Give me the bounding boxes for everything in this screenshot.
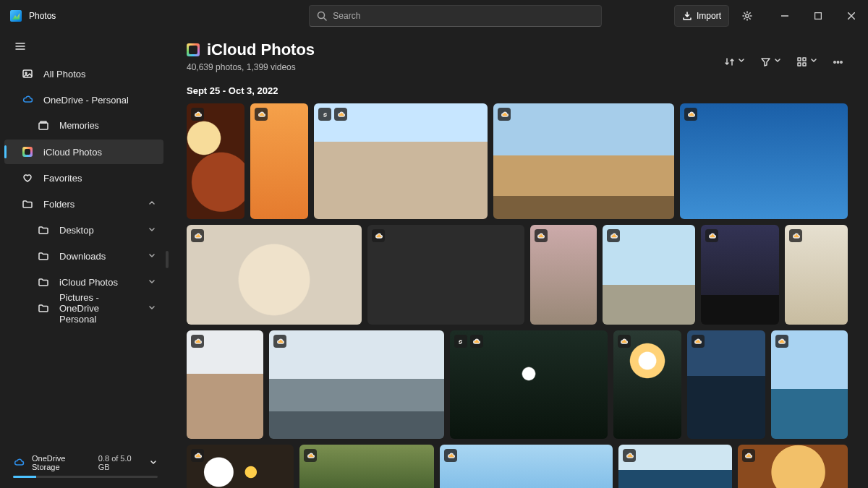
photo-thumb[interactable] (187, 445, 294, 488)
photo-thumb[interactable] (250, 103, 308, 219)
photo-thumb[interactable] (269, 330, 444, 439)
photo-thumb[interactable] (530, 225, 597, 325)
chevron-down-icon (738, 56, 749, 67)
cloud-badge-icon (535, 229, 548, 242)
photos-app-window: Photos Search Import (0, 0, 868, 488)
svg-point-2 (746, 14, 749, 17)
photo-thumb[interactable] (680, 103, 848, 219)
sidebar-folder-downloads[interactable]: Downloads (4, 244, 163, 268)
sidebar-folder-pictures-onedrive[interactable]: Pictures - OneDrive Personal (4, 296, 163, 320)
settings-button[interactable] (733, 5, 761, 27)
heart-icon (22, 172, 33, 184)
sidebar-item-folders[interactable]: Folders (4, 192, 163, 216)
svg-rect-14 (798, 58, 801, 61)
photos-icon (22, 68, 33, 80)
cloud-badge-icon (273, 335, 286, 348)
onedrive-icon (13, 457, 25, 468)
storage-bar (13, 476, 158, 478)
sidebar-resize-handle[interactable] (166, 251, 169, 268)
cloud-badge-icon (191, 449, 204, 462)
icloud-icon (187, 43, 200, 56)
sidebar-label: Downloads (59, 251, 106, 262)
cloud-badge-icon (692, 335, 705, 348)
sidebar-item-favorites[interactable]: Favorites (4, 166, 163, 190)
grid-row (187, 330, 848, 439)
photo-thumb[interactable] (785, 225, 848, 325)
photo-thumb[interactable] (701, 225, 779, 325)
photo-thumb[interactable] (493, 103, 674, 219)
sidebar-label: Desktop (59, 225, 94, 236)
cloud-badge-icon (775, 335, 788, 348)
photo-thumb[interactable] (187, 103, 244, 219)
date-heading: Sept 25 - Oct 3, 2022 (187, 85, 848, 96)
sidebar-label: Favorites (43, 173, 82, 184)
page-subtitle: 40,639 photos, 1,399 videos (187, 62, 315, 72)
sort-button[interactable] (720, 51, 753, 72)
folder-icon (38, 302, 49, 314)
cloud-badge-icon (444, 449, 457, 462)
app-title: Photos (29, 11, 56, 21)
app-body: All Photos OneDrive - Personal Memories … (0, 32, 868, 488)
cloud-badge-icon (304, 449, 317, 462)
search-input[interactable]: Search (309, 5, 602, 27)
sidebar-item-onedrive[interactable]: OneDrive - Personal (4, 87, 163, 112)
sidebar-folder-desktop[interactable]: Desktop (4, 218, 163, 242)
sidebar-item-all-photos[interactable]: All Photos (4, 61, 163, 86)
cloud-badge-icon (334, 108, 347, 121)
cloud-badge-icon (705, 229, 718, 242)
photo-thumb[interactable] (738, 445, 848, 488)
svg-line-1 (324, 18, 326, 20)
photo-thumb[interactable] (771, 330, 848, 439)
more-icon (833, 56, 843, 67)
sidebar-item-memories[interactable]: Memories (4, 114, 163, 138)
maximize-button[interactable] (801, 0, 835, 32)
chevron-down-icon (148, 303, 156, 314)
photo-thumb[interactable] (450, 330, 608, 439)
close-button[interactable] (835, 0, 868, 32)
svg-point-19 (837, 61, 838, 62)
app-icon (10, 10, 22, 22)
sidebar-label: iCloud Photos (43, 147, 102, 158)
photo-thumb[interactable] (367, 225, 524, 325)
minimize-button[interactable] (768, 0, 801, 32)
filter-button[interactable] (756, 51, 789, 72)
photo-thumb[interactable] (687, 330, 765, 439)
import-button[interactable]: Import (674, 5, 729, 27)
photo-thumb[interactable] (618, 445, 731, 488)
photo-thumb[interactable] (613, 330, 681, 439)
view-button[interactable] (792, 51, 825, 72)
sidebar-label: All Photos (43, 69, 86, 80)
photo-thumb[interactable] (187, 225, 362, 325)
cloud-badge-icon (742, 449, 755, 462)
link-badge-icon (318, 108, 331, 121)
sidebar: All Photos OneDrive - Personal Memories … (0, 32, 168, 488)
sidebar-label: Folders (43, 199, 75, 210)
cloud-badge-icon (623, 449, 636, 462)
storage-value: 0.8 of 5.0 GB (98, 454, 142, 471)
sort-icon (724, 56, 735, 67)
onedrive-icon (22, 94, 33, 106)
folder-icon (38, 276, 49, 288)
grid-row (187, 225, 848, 325)
main-header: iCloud Photos 40,639 photos, 1,399 video… (187, 40, 848, 82)
photo-thumb[interactable] (187, 330, 263, 439)
photo-thumb[interactable] (440, 445, 613, 488)
more-button[interactable] (828, 51, 848, 72)
photo-thumb[interactable] (299, 445, 434, 488)
storage-row[interactable]: OneDrive Storage 0.8 of 5.0 GB (13, 454, 158, 471)
cloud-badge-icon (255, 108, 268, 121)
page-title: iCloud Photos (187, 40, 315, 59)
hamburger-icon (14, 40, 26, 52)
grid-row (187, 103, 848, 219)
sidebar-item-icloud-photos[interactable]: iCloud Photos (4, 140, 163, 164)
nav-toggle-button[interactable] (9, 35, 32, 58)
chevron-down-icon (149, 458, 158, 468)
chevron-down-icon (148, 225, 156, 236)
sidebar-folder-icloud-photos[interactable]: iCloud Photos (4, 270, 163, 294)
photo-thumb[interactable] (603, 225, 695, 325)
svg-rect-4 (815, 13, 822, 20)
sidebar-label: Pictures - OneDrive Personal (59, 292, 137, 325)
photo-thumb[interactable] (314, 103, 488, 219)
gear-icon (741, 10, 753, 22)
svg-point-20 (841, 61, 842, 62)
